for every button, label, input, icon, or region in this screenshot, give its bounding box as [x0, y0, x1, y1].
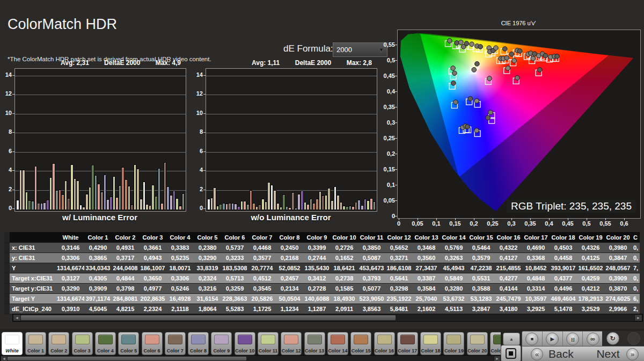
table-value-cell: 178,2913 [577, 294, 604, 304]
loop-icon: ∞ [590, 335, 595, 343]
cie-y-tick [395, 107, 397, 107]
table-value-cell: 0,3910 [57, 304, 84, 314]
avg-label: Avg: 1,11 [252, 59, 280, 67]
patch-tab-color-17[interactable]: Color 17 [397, 332, 418, 355]
table-value-cell: 5,8481 [385, 304, 413, 314]
patch-tab-color-14[interactable]: Color 14 [327, 332, 348, 355]
table-value-cell: 0,2380 [194, 243, 221, 253]
patch-tab-color-5[interactable]: Color 5 [118, 332, 139, 355]
patch-tab-color-7[interactable]: Color 7 [165, 332, 186, 355]
loop-button[interactable]: ∞ [583, 331, 603, 346]
table-value-cell: 0,3650 [139, 273, 166, 284]
table-value-cell: 52,0852 [276, 263, 303, 273]
patch-tab-white[interactable]: White [2, 332, 23, 355]
table-value-cell: 0,4326 [577, 243, 604, 253]
cie-x-tick-label: 0,3 [501, 220, 522, 227]
table-value-cell: 0, [632, 253, 640, 263]
tabs-scrollbar-thumb[interactable] [7, 356, 247, 361]
patch-tab-color-12[interactable]: Color 12 [281, 332, 302, 355]
table-value-cell: 18,6421 [331, 263, 358, 273]
table-header-cell: Color 5 [194, 232, 221, 243]
cie-x-tick [399, 218, 399, 220]
back-button[interactable]: « Back [522, 346, 583, 361]
table-value-cell: 0,3387 [413, 273, 440, 284]
collapse-panel-button[interactable]: ▲ [503, 333, 520, 345]
row-label-cell: Y [10, 263, 57, 273]
cie-x-tick-label: 0,15 [444, 220, 466, 227]
chart-y-tick-label: 2 [191, 186, 203, 192]
patch-tab-color-20[interactable]: Color 20 [467, 332, 488, 355]
patch-tab-color-11[interactable]: Color 11 [258, 332, 279, 355]
patch-tab-color-13[interactable]: Color 13 [304, 332, 325, 355]
chart-y-tick-label: 0 [0, 205, 12, 211]
table-value-cell: 274,6025 [604, 294, 632, 304]
table-value-cell: 0,2728 [303, 284, 331, 294]
measured-point [470, 42, 474, 47]
pattern-size-button[interactable]: [-] [563, 331, 583, 346]
table-gutter-cell [4, 263, 10, 273]
table-value-cell: 0,2324 [194, 273, 221, 284]
chart-y-tick-label: 14 [191, 71, 203, 78]
patch-tab-label: Color 17 [398, 348, 418, 353]
patch-tab-color-3[interactable]: Color 3 [72, 332, 93, 355]
table-header-cell: Color 12 [385, 232, 413, 243]
table-value-cell: 284,8081 [112, 294, 139, 304]
rgb-triplet-readout: RGB Triplet: 235, 235, 235 [507, 200, 636, 213]
next-button[interactable]: Next » [582, 346, 644, 361]
chart-y-tick [12, 132, 14, 133]
stop-button[interactable]: ■ [522, 331, 543, 346]
play-button[interactable]: ▶ [543, 331, 563, 346]
chart-y-tick-label: 12 [0, 90, 12, 97]
patch-tab-color-15[interactable]: Color 15 [350, 332, 371, 355]
patch-tab-color-19[interactable]: Color 19 [443, 332, 464, 355]
cie-x-tick [605, 218, 606, 220]
table-header-cell: Color 15 [467, 232, 495, 243]
table-value-cell: 161,6502 [577, 263, 604, 273]
patch-tab-color-4[interactable]: Color 4 [95, 332, 116, 355]
patch-tab-color-1[interactable]: Color 1 [25, 332, 46, 355]
cie-y-tick [395, 169, 397, 170]
chart-y-tick [12, 151, 14, 152]
patch-tab-color-6[interactable]: Color 6 [142, 332, 163, 355]
play-icon: ▶ [551, 336, 554, 342]
table-scrollbar-thumb[interactable] [20, 315, 396, 321]
table-value-cell: 0,3870 [604, 284, 632, 294]
table-header-cell: Color 6 [221, 232, 248, 243]
patch-tab-color-16[interactable]: Color 16 [374, 332, 395, 355]
table-value-cell: 4,5113 [440, 304, 467, 314]
table-value-cell: 453,6473 [358, 263, 385, 273]
measured-point [512, 59, 517, 63]
chart-bars [16, 69, 185, 210]
cie-x-tick [455, 218, 456, 220]
table-scroll-left-button[interactable]: ◄ [13, 314, 21, 321]
patch-tab-label: Color 14 [328, 348, 348, 353]
table-value-cell: 16,4928 [166, 294, 194, 304]
cie-x-tick-label: 0,55 [595, 220, 616, 227]
tabs-scroll-right-button[interactable]: ► [494, 356, 501, 361]
patch-tab-color-8[interactable]: Color 8 [188, 332, 209, 355]
table-value-cell: 0,3314 [522, 284, 550, 294]
chart-y-tick-label: 14 [0, 71, 12, 78]
patch-tab-color-9[interactable]: Color 9 [211, 332, 232, 355]
table-value-cell: 10,8452 [522, 263, 550, 273]
cie-y-tick-label: 0,1 [377, 182, 395, 188]
patch-tab-color-18[interactable]: Color 18 [420, 332, 441, 355]
patch-tab-color-2[interactable]: Color 2 [48, 332, 69, 355]
table-value-cell: 18,4930 [331, 294, 358, 304]
patch-tab-color-21[interactable]: Color 21 [490, 332, 501, 355]
measured-point [464, 41, 469, 46]
cie-y-tick-label: 0 [377, 213, 395, 219]
table-scroll-right-button[interactable]: ► [634, 314, 642, 321]
patch-tab-color-10[interactable]: Color 10 [235, 332, 255, 355]
table-value-cell: 0,3290 [194, 253, 221, 263]
table-value-cell: 5,5283 [221, 304, 248, 314]
table-scrollbar[interactable]: ◄ ► [12, 314, 643, 322]
tabs-scrollbar[interactable]: ◄ ► [0, 355, 501, 361]
de-bar [373, 201, 376, 210]
chart-y-tick-label: 8 [191, 128, 203, 135]
cie-y-tick-label: 0,05 [377, 197, 395, 204]
pattern-window-button[interactable] [501, 345, 521, 361]
table-value-cell: 0,4512 [248, 273, 276, 284]
table-value-cell: 0,3545 [248, 284, 276, 294]
refresh-button[interactable]: ↻ [606, 332, 619, 345]
